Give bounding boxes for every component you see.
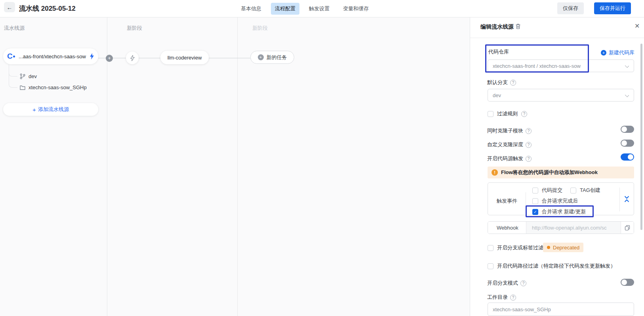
branch-tag-filter-checkbox[interactable]	[488, 245, 493, 251]
stage-1-title[interactable]: 新阶段	[127, 25, 142, 32]
help-icon[interactable]: ?	[526, 156, 532, 162]
job-node-llm-codereview[interactable]: llm-codereview	[160, 51, 209, 64]
collapse-icon[interactable]	[624, 196, 629, 204]
source-trigger-toggle[interactable]	[621, 153, 634, 161]
add-task-button[interactable]: + 新的任务	[250, 51, 294, 64]
trigger-events-box: 触发事件 代码提交 TAG创建 合并请求完成后 ✓ 合并请求 新建/更新	[488, 182, 634, 215]
trigger-events-label: 触发事件	[497, 197, 517, 205]
help-icon[interactable]: ?	[510, 295, 516, 301]
mr-completed-checkbox[interactable]	[532, 198, 538, 204]
help-icon[interactable]: ?	[510, 80, 516, 86]
repo-field-label: 代码仓库	[488, 48, 509, 56]
trigger-option-row: ✓ 合并请求 新建/更新	[532, 208, 586, 215]
add-stage-connector-button[interactable]: +	[106, 55, 113, 62]
webhook-url: http://flow-openapi.aliyun.com/sc	[526, 222, 621, 234]
tab-bar: 基本信息 流程配置 触发设置 变量和缓存	[237, 3, 373, 15]
folder-icon	[20, 85, 25, 90]
back-button[interactable]: ←	[4, 2, 15, 12]
cell-divider	[526, 192, 526, 214]
branch-name: dev	[29, 73, 37, 79]
save-and-run-button[interactable]: 保存并运行	[594, 2, 631, 14]
panel-divider	[470, 38, 644, 38]
branch-mode-label: 开启分支模式?	[487, 280, 526, 287]
workdir-label: 工作目录?	[487, 294, 516, 301]
tab-trigger-settings[interactable]: 触发设置	[305, 3, 333, 15]
source-trigger-toggle-label: 开启代码源触发?	[487, 155, 532, 162]
stage-2-title[interactable]: 新阶段	[252, 25, 268, 32]
top-header-bar: ← 流水线 2025-05-12 基本信息 流程配置 触发设置 变量和缓存 仅保…	[0, 0, 644, 17]
trigger-option-row: 代码提交 TAG创建	[532, 187, 600, 194]
code-commit-checkbox[interactable]	[532, 188, 538, 193]
webhook-row: Webhook http://flow-openapi.aliyun.com/s…	[488, 221, 634, 234]
branch-tag-filter-row: 开启分支或标签过滤	[488, 244, 543, 251]
branch-mode-toggle[interactable]	[621, 279, 634, 286]
close-icon[interactable]: ✕	[634, 22, 640, 30]
clone-depth-toggle-label: 自定义克隆深度?	[487, 141, 532, 148]
lightning-icon	[130, 55, 135, 61]
add-pipeline-source-button[interactable]: + 添加流水线源	[3, 103, 98, 116]
connector-line	[113, 58, 126, 58]
connector-line	[98, 58, 106, 58]
help-icon[interactable]: ?	[521, 111, 527, 117]
repo-select[interactable]: xtechcn-saas-front / xtechcn-saas-sow	[488, 59, 634, 72]
connector-line	[139, 58, 160, 58]
pipeline-source-card[interactable]: C ...aas-front/xtechcn-saas-sow	[3, 48, 98, 64]
help-icon[interactable]: ?	[526, 142, 532, 148]
source-branch-row: dev	[20, 73, 37, 79]
source-repo-name: ...aas-front/xtechcn-saas-sow	[19, 54, 90, 59]
create-repo-link[interactable]: + 新建代码库	[601, 49, 634, 56]
deprecated-badge: Deprecated	[543, 243, 583, 252]
submodule-toggle-label: 同时克隆子模块?	[487, 127, 532, 134]
delete-source-icon[interactable]	[515, 23, 521, 31]
page-title: 流水线 2025-05-12	[19, 4, 76, 13]
plus-circle-icon: +	[601, 50, 606, 56]
panel-scrollbar[interactable]	[640, 44, 642, 230]
tab-flow-config[interactable]: 流程配置	[271, 3, 299, 15]
codeup-logo-icon: C	[7, 52, 16, 61]
column-divider	[107, 17, 107, 316]
clone-depth-toggle[interactable]	[621, 140, 634, 147]
help-icon[interactable]: ?	[520, 280, 526, 286]
source-dir-row: xtechcn-saas-sow_SGHp	[20, 84, 87, 90]
branch-field-label: 默认分支?	[487, 79, 516, 86]
dir-name: xtechcn-saas-sow_SGHp	[29, 84, 87, 90]
trigger-option-row: 合并请求完成后	[532, 197, 578, 205]
tab-basic-info[interactable]: 基本信息	[237, 3, 265, 15]
chevron-down-icon	[625, 93, 629, 97]
path-filter-checkbox[interactable]	[488, 263, 493, 269]
orange-dot-icon	[547, 246, 550, 249]
arrow-left-icon: ←	[7, 4, 13, 11]
plus-icon: +	[258, 54, 264, 60]
chevron-down-icon	[625, 64, 629, 68]
path-filter-row: 开启代码路径过滤（特定路径下代码发生更新触发）	[488, 262, 615, 270]
column-divider	[237, 17, 238, 316]
filter-rule-row: 过滤规则?	[488, 110, 527, 117]
copy-icon[interactable]	[621, 222, 634, 234]
git-branch-icon	[20, 73, 25, 79]
topbar-actions: 仅保存 保存并运行	[557, 2, 631, 14]
filter-rule-checkbox[interactable]	[488, 111, 493, 117]
tag-create-checkbox[interactable]	[570, 188, 576, 193]
sources-column-title: 流水线源	[4, 25, 25, 32]
branch-select[interactable]: dev	[488, 89, 634, 102]
panel-title: 编辑流水线源	[480, 23, 514, 31]
cell-divider	[619, 188, 620, 211]
trigger-node[interactable]	[126, 52, 139, 64]
plus-icon: +	[32, 106, 36, 113]
connector-line	[209, 58, 250, 58]
save-only-button[interactable]: 仅保存	[557, 2, 584, 14]
tree-connector	[9, 64, 17, 88]
mr-created-updated-checkbox[interactable]: ✓	[532, 209, 538, 215]
plus-icon: +	[108, 55, 111, 61]
pipeline-canvas: 流水线源 新阶段 新阶段 C ...aas-front/xtechcn-saas…	[0, 17, 470, 316]
lightning-trigger-icon	[90, 53, 94, 59]
tab-variables-cache[interactable]: 变量和缓存	[339, 3, 373, 15]
submodule-toggle[interactable]	[621, 126, 634, 133]
webhook-banner: ! Flow将在您的代码源中自动添加Webhook	[488, 167, 634, 178]
webhook-label: Webhook	[488, 222, 526, 234]
workdir-input[interactable]: xtechcn-saas-sow_SGHp	[488, 303, 634, 316]
edit-source-panel: 编辑流水线源 ✕ 代码仓库 + 新建代码库 xtechcn-saas-front…	[470, 17, 644, 316]
help-icon[interactable]: ?	[526, 128, 532, 134]
exclamation-icon: !	[492, 169, 498, 176]
